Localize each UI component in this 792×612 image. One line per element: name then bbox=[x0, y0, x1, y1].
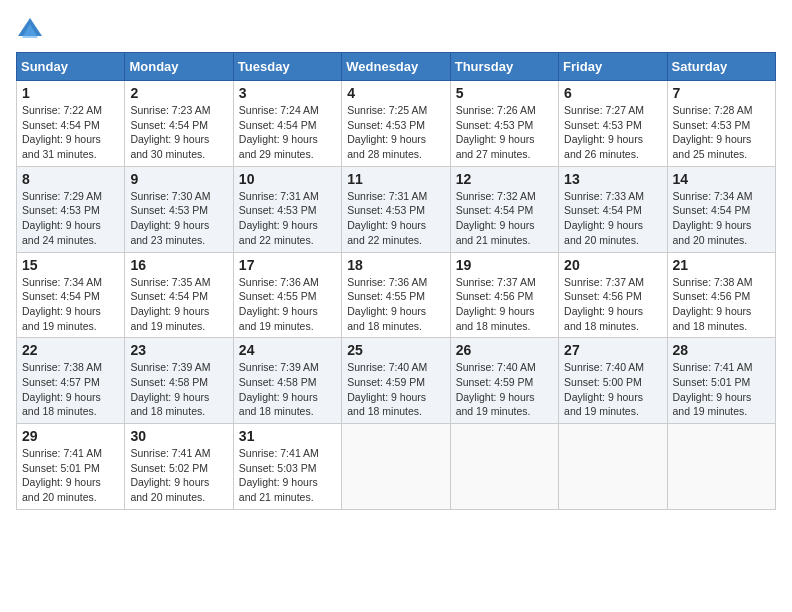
header-tuesday: Tuesday bbox=[233, 53, 341, 81]
day-number: 19 bbox=[456, 257, 553, 273]
day-number: 12 bbox=[456, 171, 553, 187]
header-row: SundayMondayTuesdayWednesdayThursdayFrid… bbox=[17, 53, 776, 81]
day-info: Sunrise: 7:34 AM Sunset: 4:54 PM Dayligh… bbox=[22, 275, 119, 334]
day-number: 18 bbox=[347, 257, 444, 273]
logo-icon bbox=[16, 16, 44, 44]
day-number: 7 bbox=[673, 85, 770, 101]
day-info: Sunrise: 7:41 AM Sunset: 5:01 PM Dayligh… bbox=[673, 360, 770, 419]
calendar-table: SundayMondayTuesdayWednesdayThursdayFrid… bbox=[16, 52, 776, 510]
calendar-cell: 29Sunrise: 7:41 AM Sunset: 5:01 PM Dayli… bbox=[17, 424, 125, 510]
calendar-week-2: 8Sunrise: 7:29 AM Sunset: 4:53 PM Daylig… bbox=[17, 166, 776, 252]
calendar-cell: 25Sunrise: 7:40 AM Sunset: 4:59 PM Dayli… bbox=[342, 338, 450, 424]
calendar-cell: 26Sunrise: 7:40 AM Sunset: 4:59 PM Dayli… bbox=[450, 338, 558, 424]
day-info: Sunrise: 7:37 AM Sunset: 4:56 PM Dayligh… bbox=[564, 275, 661, 334]
header-thursday: Thursday bbox=[450, 53, 558, 81]
header-saturday: Saturday bbox=[667, 53, 775, 81]
day-number: 1 bbox=[22, 85, 119, 101]
day-info: Sunrise: 7:34 AM Sunset: 4:54 PM Dayligh… bbox=[673, 189, 770, 248]
calendar-week-5: 29Sunrise: 7:41 AM Sunset: 5:01 PM Dayli… bbox=[17, 424, 776, 510]
calendar-cell bbox=[342, 424, 450, 510]
calendar-cell: 21Sunrise: 7:38 AM Sunset: 4:56 PM Dayli… bbox=[667, 252, 775, 338]
day-info: Sunrise: 7:39 AM Sunset: 4:58 PM Dayligh… bbox=[239, 360, 336, 419]
calendar-cell bbox=[559, 424, 667, 510]
calendar-cell: 12Sunrise: 7:32 AM Sunset: 4:54 PM Dayli… bbox=[450, 166, 558, 252]
day-number: 2 bbox=[130, 85, 227, 101]
calendar-cell: 27Sunrise: 7:40 AM Sunset: 5:00 PM Dayli… bbox=[559, 338, 667, 424]
day-info: Sunrise: 7:25 AM Sunset: 4:53 PM Dayligh… bbox=[347, 103, 444, 162]
day-number: 14 bbox=[673, 171, 770, 187]
calendar-cell: 18Sunrise: 7:36 AM Sunset: 4:55 PM Dayli… bbox=[342, 252, 450, 338]
calendar-cell: 8Sunrise: 7:29 AM Sunset: 4:53 PM Daylig… bbox=[17, 166, 125, 252]
day-number: 10 bbox=[239, 171, 336, 187]
day-number: 30 bbox=[130, 428, 227, 444]
day-number: 24 bbox=[239, 342, 336, 358]
calendar-week-3: 15Sunrise: 7:34 AM Sunset: 4:54 PM Dayli… bbox=[17, 252, 776, 338]
day-info: Sunrise: 7:36 AM Sunset: 4:55 PM Dayligh… bbox=[347, 275, 444, 334]
calendar-cell: 4Sunrise: 7:25 AM Sunset: 4:53 PM Daylig… bbox=[342, 81, 450, 167]
day-info: Sunrise: 7:40 AM Sunset: 4:59 PM Dayligh… bbox=[456, 360, 553, 419]
calendar-cell: 5Sunrise: 7:26 AM Sunset: 4:53 PM Daylig… bbox=[450, 81, 558, 167]
calendar-cell: 24Sunrise: 7:39 AM Sunset: 4:58 PM Dayli… bbox=[233, 338, 341, 424]
day-number: 20 bbox=[564, 257, 661, 273]
calendar-cell bbox=[667, 424, 775, 510]
calendar-cell: 2Sunrise: 7:23 AM Sunset: 4:54 PM Daylig… bbox=[125, 81, 233, 167]
header-wednesday: Wednesday bbox=[342, 53, 450, 81]
day-info: Sunrise: 7:41 AM Sunset: 5:01 PM Dayligh… bbox=[22, 446, 119, 505]
calendar-cell: 15Sunrise: 7:34 AM Sunset: 4:54 PM Dayli… bbox=[17, 252, 125, 338]
day-info: Sunrise: 7:41 AM Sunset: 5:02 PM Dayligh… bbox=[130, 446, 227, 505]
day-info: Sunrise: 7:33 AM Sunset: 4:54 PM Dayligh… bbox=[564, 189, 661, 248]
logo bbox=[16, 16, 48, 44]
day-number: 5 bbox=[456, 85, 553, 101]
day-number: 23 bbox=[130, 342, 227, 358]
day-number: 25 bbox=[347, 342, 444, 358]
day-info: Sunrise: 7:30 AM Sunset: 4:53 PM Dayligh… bbox=[130, 189, 227, 248]
calendar-cell: 10Sunrise: 7:31 AM Sunset: 4:53 PM Dayli… bbox=[233, 166, 341, 252]
day-number: 22 bbox=[22, 342, 119, 358]
calendar-cell: 14Sunrise: 7:34 AM Sunset: 4:54 PM Dayli… bbox=[667, 166, 775, 252]
day-number: 29 bbox=[22, 428, 119, 444]
day-number: 13 bbox=[564, 171, 661, 187]
day-info: Sunrise: 7:38 AM Sunset: 4:57 PM Dayligh… bbox=[22, 360, 119, 419]
day-info: Sunrise: 7:41 AM Sunset: 5:03 PM Dayligh… bbox=[239, 446, 336, 505]
calendar-cell: 20Sunrise: 7:37 AM Sunset: 4:56 PM Dayli… bbox=[559, 252, 667, 338]
day-info: Sunrise: 7:39 AM Sunset: 4:58 PM Dayligh… bbox=[130, 360, 227, 419]
calendar-week-4: 22Sunrise: 7:38 AM Sunset: 4:57 PM Dayli… bbox=[17, 338, 776, 424]
calendar-cell bbox=[450, 424, 558, 510]
day-number: 8 bbox=[22, 171, 119, 187]
day-info: Sunrise: 7:40 AM Sunset: 4:59 PM Dayligh… bbox=[347, 360, 444, 419]
day-number: 15 bbox=[22, 257, 119, 273]
day-number: 9 bbox=[130, 171, 227, 187]
header-monday: Monday bbox=[125, 53, 233, 81]
calendar-cell: 1Sunrise: 7:22 AM Sunset: 4:54 PM Daylig… bbox=[17, 81, 125, 167]
day-info: Sunrise: 7:36 AM Sunset: 4:55 PM Dayligh… bbox=[239, 275, 336, 334]
day-info: Sunrise: 7:37 AM Sunset: 4:56 PM Dayligh… bbox=[456, 275, 553, 334]
calendar-week-1: 1Sunrise: 7:22 AM Sunset: 4:54 PM Daylig… bbox=[17, 81, 776, 167]
page-header bbox=[16, 16, 776, 44]
calendar-cell: 13Sunrise: 7:33 AM Sunset: 4:54 PM Dayli… bbox=[559, 166, 667, 252]
day-info: Sunrise: 7:24 AM Sunset: 4:54 PM Dayligh… bbox=[239, 103, 336, 162]
header-friday: Friday bbox=[559, 53, 667, 81]
calendar-cell: 31Sunrise: 7:41 AM Sunset: 5:03 PM Dayli… bbox=[233, 424, 341, 510]
calendar-cell: 3Sunrise: 7:24 AM Sunset: 4:54 PM Daylig… bbox=[233, 81, 341, 167]
day-info: Sunrise: 7:29 AM Sunset: 4:53 PM Dayligh… bbox=[22, 189, 119, 248]
day-number: 6 bbox=[564, 85, 661, 101]
calendar-cell: 6Sunrise: 7:27 AM Sunset: 4:53 PM Daylig… bbox=[559, 81, 667, 167]
day-info: Sunrise: 7:28 AM Sunset: 4:53 PM Dayligh… bbox=[673, 103, 770, 162]
header-sunday: Sunday bbox=[17, 53, 125, 81]
day-info: Sunrise: 7:38 AM Sunset: 4:56 PM Dayligh… bbox=[673, 275, 770, 334]
day-info: Sunrise: 7:32 AM Sunset: 4:54 PM Dayligh… bbox=[456, 189, 553, 248]
calendar-cell: 19Sunrise: 7:37 AM Sunset: 4:56 PM Dayli… bbox=[450, 252, 558, 338]
calendar-cell: 11Sunrise: 7:31 AM Sunset: 4:53 PM Dayli… bbox=[342, 166, 450, 252]
day-number: 31 bbox=[239, 428, 336, 444]
day-info: Sunrise: 7:26 AM Sunset: 4:53 PM Dayligh… bbox=[456, 103, 553, 162]
day-info: Sunrise: 7:22 AM Sunset: 4:54 PM Dayligh… bbox=[22, 103, 119, 162]
calendar-cell: 17Sunrise: 7:36 AM Sunset: 4:55 PM Dayli… bbox=[233, 252, 341, 338]
calendar-cell: 7Sunrise: 7:28 AM Sunset: 4:53 PM Daylig… bbox=[667, 81, 775, 167]
day-info: Sunrise: 7:40 AM Sunset: 5:00 PM Dayligh… bbox=[564, 360, 661, 419]
calendar-cell: 16Sunrise: 7:35 AM Sunset: 4:54 PM Dayli… bbox=[125, 252, 233, 338]
calendar-cell: 28Sunrise: 7:41 AM Sunset: 5:01 PM Dayli… bbox=[667, 338, 775, 424]
calendar-cell: 23Sunrise: 7:39 AM Sunset: 4:58 PM Dayli… bbox=[125, 338, 233, 424]
calendar-cell: 9Sunrise: 7:30 AM Sunset: 4:53 PM Daylig… bbox=[125, 166, 233, 252]
day-number: 21 bbox=[673, 257, 770, 273]
day-info: Sunrise: 7:35 AM Sunset: 4:54 PM Dayligh… bbox=[130, 275, 227, 334]
